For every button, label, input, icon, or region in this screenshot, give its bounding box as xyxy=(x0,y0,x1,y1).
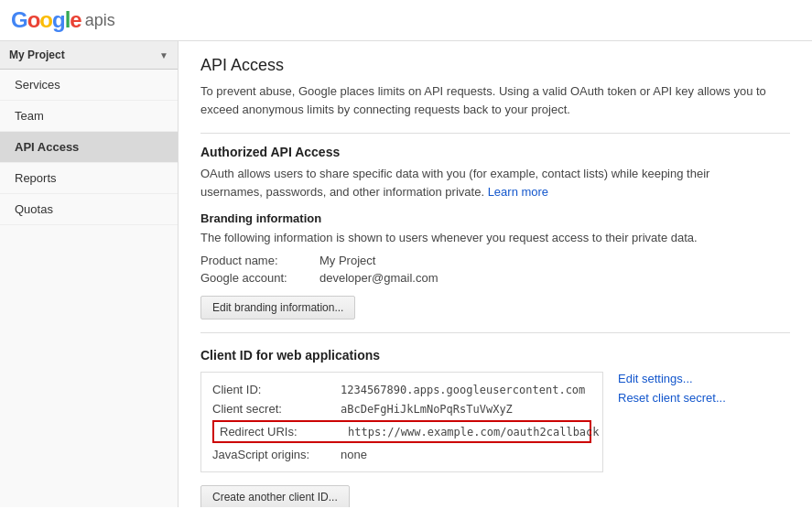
edit-settings-link[interactable]: Edit settings... xyxy=(618,372,726,385)
google-account-value: developer@gmail.com xyxy=(319,271,438,285)
sidebar: My Project ▼ Services Team API Access Re… xyxy=(0,41,179,507)
authorized-description-text: OAuth allows users to share specific dat… xyxy=(200,167,709,199)
redirect-uris-label: Redirect URIs: xyxy=(220,425,348,439)
sidebar-item-team[interactable]: Team xyxy=(0,101,178,132)
logo-o1: o xyxy=(27,7,40,32)
branding-title: Branding information xyxy=(200,211,790,225)
client-secret-label: Client secret: xyxy=(212,402,341,416)
sidebar-item-quotas-label: Quotas xyxy=(15,202,53,216)
js-origins-value: none xyxy=(341,448,367,461)
header: Google apis xyxy=(0,0,812,41)
sidebar-item-team-label: Team xyxy=(15,109,44,123)
client-table-wrapper: Client ID: 1234567890.apps.googleusercon… xyxy=(200,372,790,472)
learn-more-link[interactable]: Learn more xyxy=(488,185,548,199)
reset-client-secret-link[interactable]: Reset client secret... xyxy=(618,391,726,405)
sidebar-item-reports-label: Reports xyxy=(15,171,57,185)
layout: My Project ▼ Services Team API Access Re… xyxy=(0,41,812,507)
authorized-section-title: Authorized API Access xyxy=(200,145,790,159)
client-secret-value: aBcDeFgHiJkLmNoPqRsTuVwXyZ xyxy=(341,403,513,416)
client-id-title: Client ID for web applications xyxy=(200,348,790,363)
sidebar-item-reports[interactable]: Reports xyxy=(0,163,178,194)
main-content: API Access To prevent abuse, Google plac… xyxy=(179,41,812,507)
redirect-uris-row: Redirect URIs: https://www.example.com/o… xyxy=(212,420,591,443)
logo-text: Google xyxy=(11,7,81,33)
create-client-id-button[interactable]: Create another client ID... xyxy=(200,485,350,507)
logo-g2: g xyxy=(52,7,65,32)
sidebar-item-quotas[interactable]: Quotas xyxy=(0,194,178,225)
js-origins-row: JavaScript origins: none xyxy=(212,445,591,464)
client-id-label: Client ID: xyxy=(212,383,341,396)
logo-e: e xyxy=(70,7,81,32)
project-selector-label: My Project xyxy=(9,49,65,61)
side-actions: Edit settings... Reset client secret... xyxy=(618,372,726,405)
client-id-row: Client ID: 1234567890.apps.googleusercon… xyxy=(212,380,591,399)
sidebar-item-api-access[interactable]: API Access xyxy=(0,132,178,163)
branding-section: Branding information The following infor… xyxy=(200,211,790,319)
redirect-uris-value: https://www.example.com/oauth2callback xyxy=(348,426,600,439)
logo-o2: o xyxy=(39,7,52,32)
edit-branding-button[interactable]: Edit branding information... xyxy=(200,296,355,319)
google-account-row: Google account: developer@gmail.com xyxy=(200,271,790,285)
google-logo: Google apis xyxy=(11,7,115,33)
client-id-section: Client ID for web applications Client ID… xyxy=(200,348,790,507)
client-id-value: 1234567890.apps.googleusercontent.com xyxy=(341,384,585,396)
product-name-label: Product name: xyxy=(200,254,319,267)
sidebar-item-services[interactable]: Services xyxy=(0,70,178,101)
chevron-down-icon: ▼ xyxy=(159,50,168,60)
product-name-row: Product name: My Project xyxy=(200,254,790,267)
divider xyxy=(200,133,790,134)
branding-desc: The following information is shown to us… xyxy=(200,231,790,244)
product-name-value: My Project xyxy=(319,254,375,267)
client-secret-row: Client secret: aBcDeFgHiJkLmNoPqRsTuVwXy… xyxy=(212,399,591,418)
sidebar-item-api-access-label: API Access xyxy=(15,140,79,154)
apis-label: apis xyxy=(85,11,115,30)
js-origins-label: JavaScript origins: xyxy=(212,448,341,461)
page-description: To prevent abuse, Google places limits o… xyxy=(200,82,768,118)
logo-g: G xyxy=(11,7,27,32)
google-account-label: Google account: xyxy=(200,271,319,285)
page-title: API Access xyxy=(200,56,790,75)
project-selector[interactable]: My Project ▼ xyxy=(0,41,178,70)
authorized-section-description: OAuth allows users to share specific dat… xyxy=(200,165,768,200)
client-table: Client ID: 1234567890.apps.googleusercon… xyxy=(200,372,603,472)
sidebar-item-services-label: Services xyxy=(15,78,60,92)
divider-2 xyxy=(200,332,790,333)
